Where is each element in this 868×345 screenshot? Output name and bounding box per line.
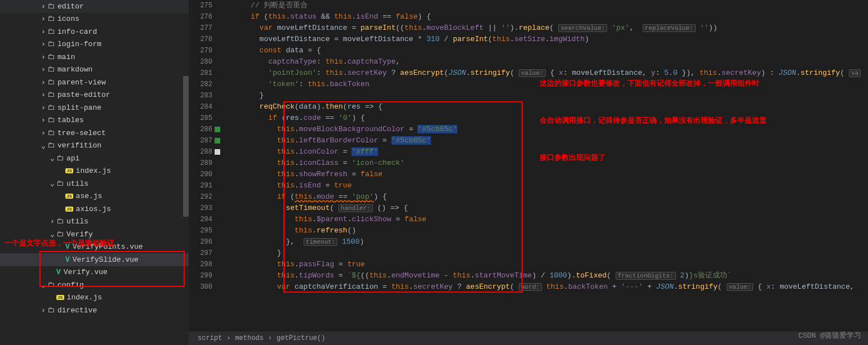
tree-item-parent-view[interactable]: ›🗀parent-view xyxy=(0,76,189,89)
line-number[interactable]: 292 xyxy=(189,191,212,203)
tree-item-main[interactable]: ›🗀main xyxy=(0,51,189,64)
tree-item-markdown[interactable]: ›🗀markdown xyxy=(0,64,189,77)
tree-item-config[interactable]: ⌄🗀config xyxy=(0,279,189,292)
chevron-right-icon: › xyxy=(39,15,47,23)
tree-item-axios-js[interactable]: JSaxios.js xyxy=(0,203,189,216)
breadcrumb[interactable]: script › methods › getPictrue() xyxy=(189,331,868,345)
code-line[interactable]: this.iconClass = 'icon-check' xyxy=(222,158,868,169)
tree-item-label: api xyxy=(66,154,79,163)
line-number[interactable]: 278 xyxy=(189,34,212,45)
code-line[interactable]: 'pointJson': this.secretKey ? aesEncrypt… xyxy=(222,68,868,79)
code-line[interactable]: this.tipWords = `${((this.endMovetime - … xyxy=(222,270,868,281)
tree-item-label: Verify.vue xyxy=(64,268,108,276)
tree-item-api[interactable]: ⌄🗀api xyxy=(0,152,189,165)
code-line[interactable]: setTimeout( handler: () => { xyxy=(222,203,868,214)
code-line[interactable]: this.refresh() xyxy=(222,225,868,236)
tree-item-VerifyPoints-vue[interactable]: VVerifyPoints.vue xyxy=(0,241,189,254)
line-number[interactable]: 300 xyxy=(189,281,212,293)
code-line[interactable]: this.leftBarBorderColor = '#5cb85c' xyxy=(222,135,868,146)
code-line[interactable]: this.showRefresh = false xyxy=(222,169,868,180)
line-number[interactable]: 294 xyxy=(189,214,212,225)
line-number[interactable]: 298 xyxy=(189,259,212,270)
line-number[interactable]: 283 xyxy=(189,90,212,101)
code-line[interactable]: } xyxy=(222,248,868,259)
code-line[interactable]: this.isEnd = true xyxy=(222,180,868,191)
tree-item-editor[interactable]: ›🗀editor xyxy=(0,0,189,13)
chevron-right-icon: › xyxy=(39,65,47,74)
line-number[interactable]: 276 xyxy=(189,11,212,23)
breadcrumb-item[interactable]: getPictrue() xyxy=(277,334,325,342)
sidebar-scrollbar[interactable] xyxy=(183,76,189,217)
code-line[interactable]: const data = { xyxy=(222,45,868,56)
tree-item-label: axios.js xyxy=(76,205,111,213)
folder-icon: 🗀 xyxy=(47,116,55,124)
line-number[interactable]: 286 xyxy=(189,124,212,135)
code-line[interactable]: moveLeftDistance = moveLeftDistance * 31… xyxy=(222,34,868,45)
tree-item-tree-select[interactable]: ›🗀tree-select xyxy=(0,127,189,140)
line-number[interactable]: 284 xyxy=(189,101,212,113)
line-number[interactable]: 290 xyxy=(189,169,212,180)
line-number[interactable]: 295 xyxy=(189,225,212,236)
line-number[interactable]: 296 xyxy=(189,236,212,248)
code-line[interactable]: reqCheck(data).then(res => { xyxy=(222,101,868,113)
tree-item-tables[interactable]: ›🗀tables xyxy=(0,114,189,127)
code-line[interactable]: if (this.mode == 'pop') { xyxy=(222,191,868,203)
tree-item-info-card[interactable]: ›🗀info-card xyxy=(0,25,189,38)
line-number[interactable]: 291 xyxy=(189,180,212,191)
tree-item-paste-editor[interactable]: ›🗀paste-editor xyxy=(0,89,189,102)
tree-item-ase-js[interactable]: JSase.js xyxy=(0,190,189,203)
chevron-down-icon: ⌄ xyxy=(48,179,56,188)
code-line[interactable]: var moveLeftDistance = parseInt((this.mo… xyxy=(222,23,868,34)
code-line[interactable]: }, timeout: 1500) xyxy=(222,236,868,248)
tree-item-Verify[interactable]: ⌄🗀Verify xyxy=(0,228,189,241)
tree-item-icons[interactable]: ›🗀icons xyxy=(0,13,189,26)
tree-item-VerifySlide-vue[interactable]: VVerifySlide.vue xyxy=(0,253,189,266)
breadcrumb-item[interactable]: methods xyxy=(235,334,263,342)
gutter-marker-icon xyxy=(215,138,220,144)
code-line[interactable]: this.$parent.clickShow = false xyxy=(222,214,868,225)
code-line[interactable]: if (this.status && this.isEnd == false) … xyxy=(222,11,868,23)
line-number[interactable]: 293 xyxy=(189,203,212,214)
line-number[interactable]: 282 xyxy=(189,79,212,90)
code-content[interactable]: // 判断是否重合if (this.status && this.isEnd =… xyxy=(222,0,868,331)
folder-icon: 🗀 xyxy=(56,154,64,163)
line-number[interactable]: 289 xyxy=(189,158,212,169)
line-number[interactable]: 288 xyxy=(189,146,212,158)
code-line[interactable]: this.passFlag = true xyxy=(222,259,868,270)
code-line[interactable]: 'token': this.backToken xyxy=(222,79,868,90)
code-line[interactable]: var captchaVerification = this.secretKey… xyxy=(222,281,868,293)
tree-item-login-form[interactable]: ›🗀login-form xyxy=(0,38,189,51)
line-number[interactable]: 275 xyxy=(189,0,212,11)
line-number[interactable]: 297 xyxy=(189,248,212,259)
tree-item-Verify-vue[interactable]: VVerify.vue xyxy=(0,266,189,279)
line-number[interactable]: 281 xyxy=(189,68,212,79)
line-number[interactable]: 277 xyxy=(189,23,212,34)
line-number[interactable]: 280 xyxy=(189,56,212,68)
tree-item-verifition[interactable]: ⌄🗀verifition xyxy=(0,140,189,153)
code-line[interactable]: captchaType: this.captchaType, xyxy=(222,56,868,68)
tree-item-index-js[interactable]: JSindex.js xyxy=(0,165,189,178)
line-number-gutter[interactable]: 2752762772782792802812822832842852862872… xyxy=(189,0,222,331)
code-line[interactable]: this.iconColor = '#fff' xyxy=(222,146,868,158)
code-line[interactable]: } xyxy=(222,90,868,101)
tree-item-label: utils xyxy=(66,180,88,188)
tree-item-label: config xyxy=(57,281,84,289)
tree-item-utils[interactable]: ⌄🗀utils xyxy=(0,177,189,190)
line-number[interactable]: 299 xyxy=(189,270,212,281)
tree-item-utils[interactable]: ›🗀utils xyxy=(0,216,189,228)
tree-item-index-js[interactable]: JSindex.js xyxy=(0,292,189,304)
chevron-right-icon: › xyxy=(268,334,272,342)
tree-item-label: Verify xyxy=(66,230,93,239)
tree-item-split-pane[interactable]: ›🗀split-pane xyxy=(0,101,189,114)
code-line[interactable]: this.moveBlockBackgroundColor = '#5cb85c… xyxy=(222,124,868,135)
code-line[interactable]: if (res.code == '0') { xyxy=(222,113,868,124)
breadcrumb-item[interactable]: script xyxy=(198,334,222,342)
tree-item-label: index.js xyxy=(67,293,102,302)
line-number[interactable]: 279 xyxy=(189,45,212,56)
editor-scrollbar[interactable] xyxy=(861,0,868,331)
tree-item-directive[interactable]: ›🗀directive xyxy=(0,304,189,317)
file-explorer-sidebar[interactable]: ›🗀editor›🗀icons›🗀info-card›🗀login-form›🗀… xyxy=(0,0,189,345)
line-number[interactable]: 287 xyxy=(189,135,212,146)
line-number[interactable]: 285 xyxy=(189,113,212,124)
code-line[interactable]: // 判断是否重合 xyxy=(222,0,868,11)
